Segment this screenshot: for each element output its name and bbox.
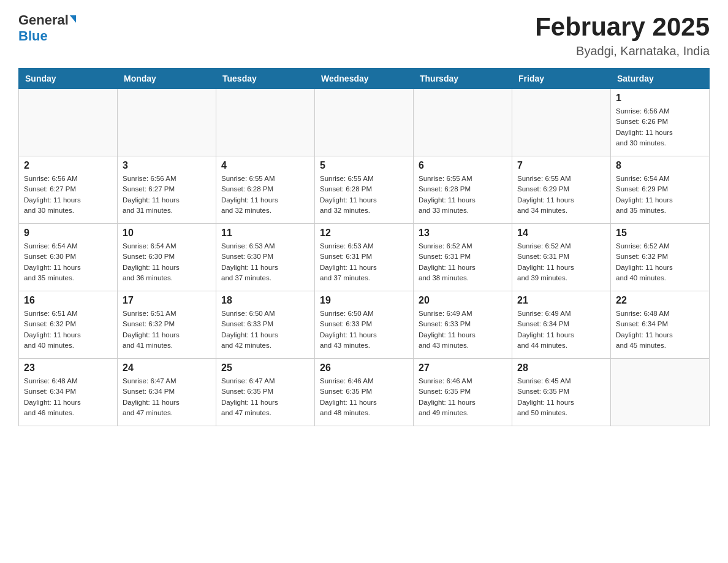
day-info: Sunrise: 6:48 AM Sunset: 6:34 PM Dayligh… [24, 376, 112, 418]
weekday-header-saturday: Saturday [611, 69, 710, 89]
day-info: Sunrise: 6:51 AM Sunset: 6:32 PM Dayligh… [123, 308, 211, 351]
day-info: Sunrise: 6:51 AM Sunset: 6:32 PM Dayligh… [24, 308, 112, 351]
day-number: 24 [123, 362, 211, 373]
day-info: Sunrise: 6:55 AM Sunset: 6:28 PM Dayligh… [419, 174, 507, 216]
calendar-cell: 27Sunrise: 6:46 AM Sunset: 6:35 PM Dayli… [414, 359, 512, 426]
day-info: Sunrise: 6:55 AM Sunset: 6:28 PM Dayligh… [320, 174, 408, 216]
day-number: 10 [123, 228, 211, 239]
calendar-cell: 13Sunrise: 6:52 AM Sunset: 6:31 PM Dayli… [414, 224, 512, 291]
day-info: Sunrise: 6:50 AM Sunset: 6:33 PM Dayligh… [320, 308, 408, 351]
day-number: 5 [320, 160, 408, 171]
day-number: 1 [616, 93, 704, 104]
weekday-header-tuesday: Tuesday [216, 69, 315, 89]
day-number: 3 [123, 160, 211, 171]
calendar-title: February 2025 [535, 12, 710, 42]
day-info: Sunrise: 6:55 AM Sunset: 6:28 PM Dayligh… [221, 174, 309, 216]
weekday-header-row: SundayMondayTuesdayWednesdayThursdayFrid… [19, 69, 710, 89]
day-number: 22 [616, 295, 704, 306]
calendar-cell [611, 359, 710, 426]
day-info: Sunrise: 6:49 AM Sunset: 6:33 PM Dayligh… [419, 308, 507, 351]
day-number: 23 [24, 362, 112, 373]
weekday-header-monday: Monday [118, 69, 216, 89]
day-info: Sunrise: 6:54 AM Sunset: 6:30 PM Dayligh… [123, 241, 211, 283]
day-info: Sunrise: 6:54 AM Sunset: 6:30 PM Dayligh… [24, 241, 112, 283]
day-number: 4 [221, 160, 309, 171]
week-row-4: 16Sunrise: 6:51 AM Sunset: 6:32 PM Dayli… [19, 291, 710, 359]
day-info: Sunrise: 6:45 AM Sunset: 6:35 PM Dayligh… [517, 376, 605, 418]
calendar-cell: 9Sunrise: 6:54 AM Sunset: 6:30 PM Daylig… [19, 224, 118, 291]
calendar-cell: 23Sunrise: 6:48 AM Sunset: 6:34 PM Dayli… [19, 359, 118, 426]
day-number: 6 [419, 160, 507, 171]
calendar-cell: 8Sunrise: 6:54 AM Sunset: 6:29 PM Daylig… [611, 156, 710, 224]
day-info: Sunrise: 6:56 AM Sunset: 6:27 PM Dayligh… [24, 174, 112, 216]
weekday-header-thursday: Thursday [414, 69, 512, 89]
day-number: 2 [24, 160, 112, 171]
calendar-cell: 15Sunrise: 6:52 AM Sunset: 6:32 PM Dayli… [611, 224, 710, 291]
calendar-subtitle: Byadgi, Karnataka, India [535, 44, 710, 58]
day-info: Sunrise: 6:56 AM Sunset: 6:27 PM Dayligh… [123, 174, 211, 216]
day-number: 14 [517, 228, 605, 239]
day-number: 16 [24, 295, 112, 306]
calendar-cell: 1Sunrise: 6:56 AM Sunset: 6:26 PM Daylig… [611, 89, 710, 156]
calendar-cell: 12Sunrise: 6:53 AM Sunset: 6:31 PM Dayli… [315, 224, 414, 291]
calendar-table: SundayMondayTuesdayWednesdayThursdayFrid… [18, 68, 710, 426]
day-info: Sunrise: 6:46 AM Sunset: 6:35 PM Dayligh… [419, 376, 507, 418]
day-number: 13 [419, 228, 507, 239]
logo-general-text: General [18, 12, 69, 28]
calendar-cell: 26Sunrise: 6:46 AM Sunset: 6:35 PM Dayli… [315, 359, 414, 426]
day-info: Sunrise: 6:50 AM Sunset: 6:33 PM Dayligh… [221, 308, 309, 351]
day-info: Sunrise: 6:48 AM Sunset: 6:34 PM Dayligh… [616, 308, 704, 351]
calendar-cell: 3Sunrise: 6:56 AM Sunset: 6:27 PM Daylig… [118, 156, 216, 224]
day-number: 26 [320, 362, 408, 373]
day-info: Sunrise: 6:54 AM Sunset: 6:29 PM Dayligh… [616, 174, 704, 216]
day-number: 17 [123, 295, 211, 306]
calendar-cell: 10Sunrise: 6:54 AM Sunset: 6:30 PM Dayli… [118, 224, 216, 291]
calendar-cell: 6Sunrise: 6:55 AM Sunset: 6:28 PM Daylig… [414, 156, 512, 224]
day-number: 15 [616, 228, 704, 239]
day-number: 18 [221, 295, 309, 306]
weekday-header-friday: Friday [512, 69, 611, 89]
calendar-cell: 22Sunrise: 6:48 AM Sunset: 6:34 PM Dayli… [611, 291, 710, 359]
day-info: Sunrise: 6:53 AM Sunset: 6:31 PM Dayligh… [320, 241, 408, 283]
calendar-cell: 5Sunrise: 6:55 AM Sunset: 6:28 PM Daylig… [315, 156, 414, 224]
calendar-cell: 11Sunrise: 6:53 AM Sunset: 6:30 PM Dayli… [216, 224, 315, 291]
title-block: February 2025 Byadgi, Karnataka, India [535, 12, 710, 58]
week-row-5: 23Sunrise: 6:48 AM Sunset: 6:34 PM Dayli… [19, 359, 710, 426]
day-number: 12 [320, 228, 408, 239]
day-info: Sunrise: 6:49 AM Sunset: 6:34 PM Dayligh… [517, 308, 605, 351]
day-info: Sunrise: 6:55 AM Sunset: 6:29 PM Dayligh… [517, 174, 605, 216]
calendar-cell [216, 89, 315, 156]
calendar-cell: 21Sunrise: 6:49 AM Sunset: 6:34 PM Dayli… [512, 291, 611, 359]
week-row-1: 1Sunrise: 6:56 AM Sunset: 6:26 PM Daylig… [19, 89, 710, 156]
day-info: Sunrise: 6:52 AM Sunset: 6:32 PM Dayligh… [616, 241, 704, 283]
calendar-cell [118, 89, 216, 156]
calendar-cell: 16Sunrise: 6:51 AM Sunset: 6:32 PM Dayli… [19, 291, 118, 359]
calendar-cell: 4Sunrise: 6:55 AM Sunset: 6:28 PM Daylig… [216, 156, 315, 224]
day-info: Sunrise: 6:53 AM Sunset: 6:30 PM Dayligh… [221, 241, 309, 283]
day-info: Sunrise: 6:52 AM Sunset: 6:31 PM Dayligh… [419, 241, 507, 283]
calendar-cell: 20Sunrise: 6:49 AM Sunset: 6:33 PM Dayli… [414, 291, 512, 359]
calendar-cell: 17Sunrise: 6:51 AM Sunset: 6:32 PM Dayli… [118, 291, 216, 359]
calendar-cell: 2Sunrise: 6:56 AM Sunset: 6:27 PM Daylig… [19, 156, 118, 224]
day-number: 25 [221, 362, 309, 373]
day-number: 28 [517, 362, 605, 373]
week-row-3: 9Sunrise: 6:54 AM Sunset: 6:30 PM Daylig… [19, 224, 710, 291]
day-number: 9 [24, 228, 112, 239]
week-row-2: 2Sunrise: 6:56 AM Sunset: 6:27 PM Daylig… [19, 156, 710, 224]
calendar-cell [512, 89, 611, 156]
day-number: 19 [320, 295, 408, 306]
calendar-cell: 28Sunrise: 6:45 AM Sunset: 6:35 PM Dayli… [512, 359, 611, 426]
day-info: Sunrise: 6:52 AM Sunset: 6:31 PM Dayligh… [517, 241, 605, 283]
page-header: General Blue February 2025 Byadgi, Karna… [18, 12, 710, 58]
calendar-cell: 19Sunrise: 6:50 AM Sunset: 6:33 PM Dayli… [315, 291, 414, 359]
day-number: 27 [419, 362, 507, 373]
calendar-cell: 18Sunrise: 6:50 AM Sunset: 6:33 PM Dayli… [216, 291, 315, 359]
day-info: Sunrise: 6:47 AM Sunset: 6:34 PM Dayligh… [123, 376, 211, 418]
calendar-cell: 25Sunrise: 6:47 AM Sunset: 6:35 PM Dayli… [216, 359, 315, 426]
weekday-header-sunday: Sunday [19, 69, 118, 89]
logo: General Blue [18, 12, 76, 44]
day-number: 7 [517, 160, 605, 171]
day-number: 20 [419, 295, 507, 306]
logo-blue-text: Blue [18, 28, 48, 44]
day-info: Sunrise: 6:47 AM Sunset: 6:35 PM Dayligh… [221, 376, 309, 418]
